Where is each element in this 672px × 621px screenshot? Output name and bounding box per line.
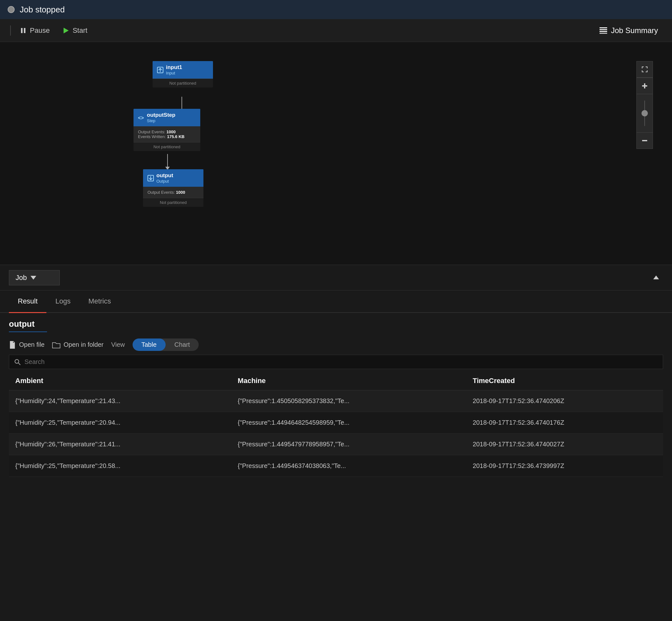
zoom-out-icon: [641, 137, 648, 144]
node-output-labels: output Output: [156, 172, 173, 183]
node-output-footer: Not partitioned: [143, 198, 204, 207]
start-icon: [62, 27, 69, 34]
node-output-name: output: [156, 172, 173, 179]
search-input[interactable]: [25, 358, 658, 366]
pause-icon: [20, 27, 27, 34]
open-file-label: Open file: [19, 341, 45, 348]
job-summary-button[interactable]: Job Summary: [593, 23, 664, 38]
node-outputstep-footer: Not partitioned: [134, 142, 200, 151]
pause-button[interactable]: Pause: [13, 23, 56, 38]
tab-logs[interactable]: Logs: [46, 291, 80, 313]
job-dropdown[interactable]: Job: [9, 270, 60, 285]
collapse-icon: [653, 274, 660, 281]
node-input1[interactable]: input1 Input Not partitioned: [152, 61, 213, 87]
output-node-icon: [147, 175, 154, 181]
node-input1-labels: input1 Input: [166, 64, 182, 75]
open-file-icon: [9, 341, 16, 349]
step-node-icon: <>: [138, 115, 144, 121]
open-folder-icon: [52, 341, 60, 348]
toolbar: Pause Start Job Summary: [0, 19, 672, 42]
cell-timecreated: 2018-09-17T17:52:36.4739997Z: [466, 455, 663, 477]
job-dropdown-label: Job: [15, 274, 27, 282]
panel-header: Job: [0, 265, 672, 290]
node-output[interactable]: output Output Output Events: 1000 Not pa…: [143, 169, 204, 207]
node-input1-name: input1: [166, 64, 182, 71]
tab-logs-label: Logs: [55, 297, 71, 305]
node-input1-type: Input: [166, 71, 182, 75]
node-input1-header: input1 Input: [152, 61, 213, 79]
zoom-in-icon: [641, 82, 648, 89]
cell-timecreated: 2018-09-17T17:52:36.4740027Z: [466, 433, 663, 455]
fit-screen-icon: [641, 66, 648, 73]
cell-ambient: {"Humidity":25,"Temperature":20.94...: [9, 412, 231, 433]
table-row: {"Humidity":25,"Temperature":20.58...{"P…: [9, 455, 663, 477]
node-output-body: Output Events: 1000: [143, 187, 204, 198]
data-table: Ambient Machine TimeCreated {"Humidity":…: [9, 372, 663, 477]
bottom-panel: Job Result Logs Metrics output: [0, 265, 672, 477]
table-row: {"Humidity":24,"Temperature":21.43...{"P…: [9, 390, 663, 412]
svg-marker-15: [31, 276, 36, 280]
table-body: {"Humidity":24,"Temperature":21.43...{"P…: [9, 390, 663, 477]
zoom-fit-button[interactable]: [636, 61, 653, 78]
cell-ambient: {"Humidity":26,"Temperature":21.41...: [9, 433, 231, 455]
table-view-option[interactable]: Table: [133, 338, 166, 351]
dropdown-chevron-icon: [31, 276, 36, 280]
connector-line-2: [167, 154, 168, 167]
connector-2: [165, 154, 170, 170]
connector-line-1: [181, 97, 182, 110]
cell-machine: {"Pressure":1.449546374038063,"Te...: [231, 455, 466, 477]
zoom-controls: [636, 61, 653, 149]
start-label: Start: [73, 27, 87, 35]
search-icon: [14, 359, 21, 365]
col-machine: Machine: [231, 372, 466, 390]
node-outputstep[interactable]: <> outputStep Step Output Events: 1000 E…: [134, 109, 200, 151]
svg-rect-5: [599, 31, 607, 32]
diagram-area: input1 Input Not partitioned <> outputSt…: [0, 42, 672, 265]
svg-rect-6: [599, 33, 607, 34]
job-summary-label: Job Summary: [611, 26, 658, 35]
svg-marker-2: [63, 28, 69, 33]
cell-machine: {"Pressure":1.4505058295373832,"Te...: [231, 390, 466, 412]
col-ambient: Ambient: [9, 372, 231, 390]
table-row: {"Humidity":26,"Temperature":21.41...{"P…: [9, 433, 663, 455]
chart-view-option[interactable]: Chart: [166, 338, 199, 351]
zoom-out-button[interactable]: [636, 132, 653, 149]
search-bar: [9, 355, 663, 369]
collapse-button[interactable]: [649, 271, 663, 285]
output-toolbar: Open file Open in folder View Table Char…: [9, 332, 663, 355]
toolbar-separator-1: [10, 26, 11, 36]
tab-result-label: Result: [18, 297, 38, 305]
open-folder-button[interactable]: Open in folder: [52, 341, 104, 348]
pause-label: Pause: [30, 27, 50, 35]
job-status-icon: [8, 6, 15, 13]
zoom-track[interactable]: [636, 94, 653, 132]
cell-ambient: {"Humidity":25,"Temperature":20.58...: [9, 455, 231, 477]
view-toggle: Table Chart: [133, 338, 199, 351]
node-outputstep-labels: outputStep Step: [147, 112, 175, 123]
svg-rect-14: [642, 140, 647, 141]
col-timecreated: TimeCreated: [466, 372, 663, 390]
tab-result[interactable]: Result: [9, 291, 46, 313]
node-outputstep-name: outputStep: [147, 112, 175, 118]
svg-rect-1: [24, 28, 26, 33]
cell-machine: {"Pressure":1.4495479778958957,"Te...: [231, 433, 466, 455]
tab-metrics[interactable]: Metrics: [80, 291, 120, 313]
start-button[interactable]: Start: [56, 23, 93, 38]
cell-timecreated: 2018-09-17T17:52:36.4740176Z: [466, 412, 663, 433]
node-input1-footer: Not partitioned: [152, 79, 213, 87]
view-label: View: [111, 341, 125, 348]
input-node-icon: [157, 67, 164, 73]
cell-ambient: {"Humidity":24,"Temperature":21.43...: [9, 390, 231, 412]
zoom-thumb[interactable]: [641, 110, 648, 116]
svg-rect-3: [599, 27, 607, 28]
svg-point-19: [15, 360, 19, 363]
cell-machine: {"Pressure":1.4494648254598959,"Te...: [231, 412, 466, 433]
table-row: {"Humidity":25,"Temperature":20.94...{"P…: [9, 412, 663, 433]
node-outputstep-type: Step: [147, 118, 175, 123]
output-section-label: output: [9, 319, 47, 332]
zoom-in-button[interactable]: [636, 78, 653, 94]
open-file-button[interactable]: Open file: [9, 341, 45, 349]
open-folder-label: Open in folder: [63, 341, 104, 348]
job-summary-icon: [599, 27, 607, 34]
tabs-bar: Result Logs Metrics: [0, 290, 672, 313]
